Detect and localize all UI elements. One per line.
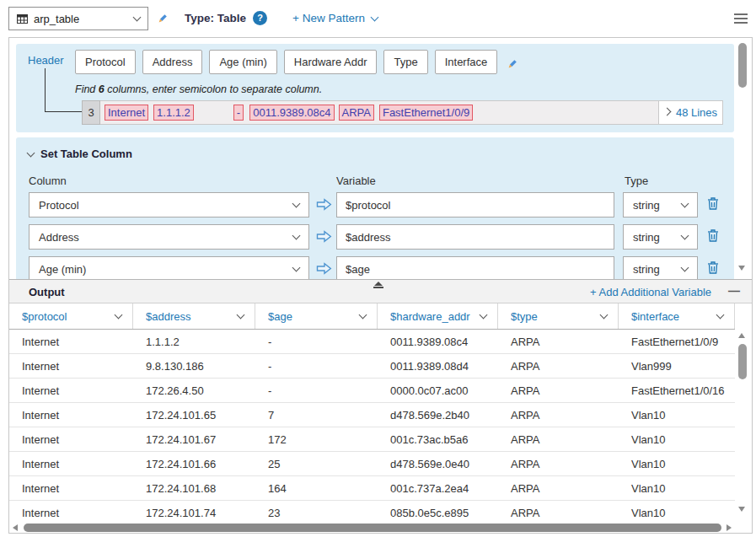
- new-pattern-button[interactable]: + New Pattern: [292, 12, 378, 24]
- chevron-down-icon: [237, 311, 245, 320]
- pencil-icon: [507, 57, 519, 70]
- chevron-down-icon: [370, 13, 378, 21]
- header-column-button[interactable]: Protocol: [75, 50, 136, 74]
- horizontal-scrollbar: [9, 523, 752, 534]
- chevron-down-icon: [27, 148, 35, 157]
- output-table-scrollbar: [737, 333, 748, 512]
- chevron-down-icon: [359, 311, 367, 320]
- header-column-button[interactable]: Type: [383, 50, 427, 74]
- output-cell: 23: [255, 507, 378, 519]
- output-cell: Vlan10: [619, 507, 735, 519]
- output-column-header[interactable]: $type: [498, 303, 619, 329]
- type-select[interactable]: string: [623, 256, 698, 279]
- chevron-down-icon: [681, 264, 689, 272]
- trash-icon: [707, 261, 719, 274]
- expand-lines-button[interactable]: 48 Lines: [658, 100, 723, 125]
- output-table: Internet 1.1.1.2 - 0011.9389.08c4 ARPA F…: [9, 330, 735, 521]
- pattern-select-value: arp_table: [34, 13, 128, 25]
- delete-row-button[interactable]: [707, 261, 719, 274]
- chevron-down-icon: [600, 311, 609, 320]
- trash-icon: [707, 229, 719, 242]
- output-cell: 1.1.1.2: [133, 336, 255, 348]
- header-hint: Find 6 columns, enter semicolon to separ…: [75, 83, 322, 95]
- scrollbar-thumb[interactable]: [24, 524, 721, 532]
- column-select[interactable]: Protocol: [29, 192, 309, 217]
- output-cell: 085b.0e5c.e895: [378, 507, 498, 519]
- output-cell: Internet: [9, 433, 133, 446]
- scroll-down-arrow[interactable]: [738, 266, 745, 271]
- output-cell: -: [255, 336, 378, 348]
- collapse-handle-icon[interactable]: [373, 282, 384, 288]
- scroll-down-arrow[interactable]: [738, 507, 745, 512]
- column-label: Column: [29, 175, 67, 187]
- scrollbar-thumb[interactable]: [738, 344, 747, 379]
- table-grid-icon: [17, 14, 28, 24]
- output-cell: 172.26.4.50: [133, 384, 255, 397]
- output-column-header[interactable]: $protocol: [9, 303, 133, 329]
- table-row: Internet 1.1.1.2 - 0011.9389.08c4 ARPA F…: [9, 330, 735, 354]
- pattern-token[interactable]: -: [233, 105, 244, 121]
- edit-header-columns-button[interactable]: [507, 57, 519, 70]
- chevron-down-icon: [292, 232, 301, 240]
- add-additional-variable-button[interactable]: + Add Additional Variable: [590, 286, 711, 298]
- help-icon[interactable]: ?: [253, 11, 267, 25]
- type-select[interactable]: string: [623, 224, 698, 250]
- output-cell: 0011.9389.08c4: [378, 336, 498, 348]
- output-cell: 164: [255, 482, 378, 495]
- header-column-button[interactable]: Age (min): [209, 50, 276, 74]
- output-cell: 9.8.130.186: [133, 360, 255, 373]
- header-column-button[interactable]: Interface: [435, 50, 498, 74]
- output-cell: -: [255, 384, 378, 397]
- output-cell: 0011.9389.08d4: [378, 360, 498, 373]
- pattern-token[interactable]: ARPA: [339, 105, 374, 121]
- output-cell: ARPA: [498, 360, 619, 373]
- pattern-select[interactable]: arp_table: [8, 7, 148, 30]
- column-mapping-row: Age (min) string: [16, 256, 734, 279]
- output-cell: d478.569e.2b40: [378, 409, 498, 422]
- header-column-button[interactable]: Address: [142, 50, 203, 74]
- type-select[interactable]: string: [623, 192, 698, 217]
- scroll-left-arrow[interactable]: [13, 524, 18, 531]
- output-column-header[interactable]: $address: [133, 303, 255, 329]
- column-select[interactable]: Age (min): [29, 256, 309, 279]
- minimize-button[interactable]: —: [728, 284, 740, 298]
- variable-input[interactable]: [336, 256, 614, 279]
- column-select[interactable]: Address: [29, 224, 309, 250]
- editor-scrollbar: [737, 43, 748, 272]
- output-cell: 172.24.101.68: [133, 482, 255, 495]
- sample-line-row: 3 Internet 1.1.1.2 - 0011.9389.08c4 ARPA…: [82, 100, 723, 125]
- line-number[interactable]: 3: [82, 100, 100, 125]
- scroll-up-arrow[interactable]: [738, 333, 745, 338]
- pattern-token[interactable]: 1.1.1.2: [153, 105, 194, 121]
- pattern-token[interactable]: 0011.9389.08c4: [249, 105, 334, 121]
- output-cell: ARPA: [498, 433, 619, 446]
- output-cell: Internet: [9, 360, 133, 373]
- chevron-down-icon: [133, 13, 142, 22]
- output-cell: Vlan10: [619, 409, 735, 422]
- scroll-right-arrow[interactable]: [727, 524, 732, 531]
- scrollbar-thumb[interactable]: [738, 43, 747, 88]
- delete-row-button[interactable]: [707, 197, 719, 210]
- output-cell: -: [255, 360, 378, 373]
- output-cell: 172: [255, 433, 378, 446]
- variable-input[interactable]: [336, 224, 614, 250]
- pattern-token[interactable]: FastEthernet1/0/9: [379, 105, 473, 121]
- output-column-header[interactable]: $age: [255, 303, 378, 329]
- variable-input[interactable]: [336, 192, 614, 217]
- set-table-column-toggle[interactable]: Set Table Column: [28, 148, 132, 160]
- output-column-header[interactable]: $hardware_addr: [378, 303, 498, 329]
- output-cell: FastEthernet1/0/9: [619, 336, 735, 348]
- edit-pattern-button[interactable]: [157, 12, 169, 24]
- output-column-header[interactable]: $interface: [619, 303, 735, 329]
- type-label: Type: Table: [185, 12, 246, 24]
- column-mapping-row: Address string: [16, 224, 734, 250]
- output-cell: 001c.73ac.b5a6: [378, 433, 498, 446]
- output-cell: 7: [255, 409, 378, 422]
- map-arrow-icon: [316, 262, 332, 275]
- menu-icon[interactable]: [734, 13, 748, 26]
- header-column-button[interactable]: Hardware Addr: [284, 50, 378, 74]
- delete-row-button[interactable]: [707, 229, 719, 242]
- pattern-token[interactable]: Internet: [105, 105, 148, 121]
- pencil-icon: [157, 12, 169, 24]
- type-label: Type: [625, 175, 648, 187]
